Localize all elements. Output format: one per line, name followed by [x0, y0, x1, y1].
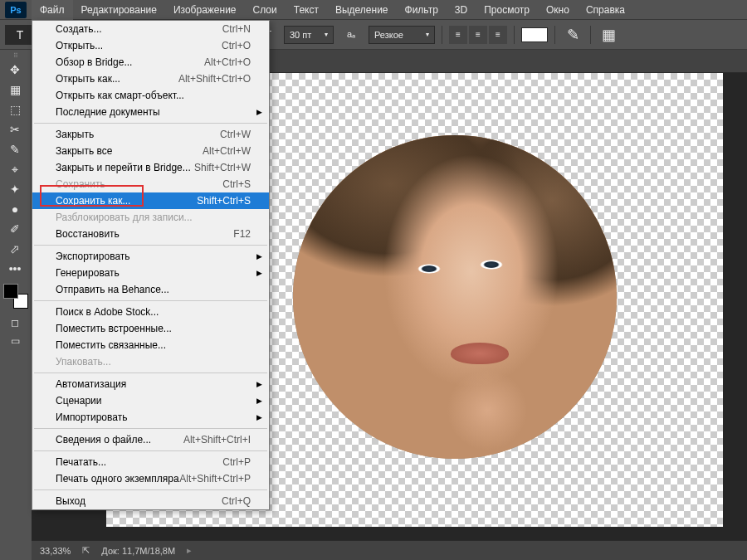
- status-chevron-icon[interactable]: ▸: [187, 545, 192, 556]
- export-icon[interactable]: ⇱: [82, 545, 90, 556]
- photo-detail: [417, 264, 441, 274]
- menu-item-shortcut: Ctrl+O: [222, 40, 251, 51]
- menu-item-создать-[interactable]: Создать...Ctrl+N: [32, 21, 269, 37]
- menu-item-label: Печать одного экземпляра: [56, 473, 179, 485]
- menu-item-печать-одного-экземпляра[interactable]: Печать одного экземпляраAlt+Shift+Ctrl+P: [32, 470, 269, 487]
- foreground-color-swatch[interactable]: [3, 284, 18, 299]
- circular-photo-layer[interactable]: [293, 135, 617, 459]
- menu-item-сохранить: СохранитьCtrl+S: [32, 176, 269, 192]
- menu-item-сведения-о-файле-[interactable]: Сведения о файле...Alt+Shift+Ctrl+I: [32, 431, 269, 448]
- menu-separator: [34, 489, 267, 490]
- menu-item-восстановить[interactable]: ВосстановитьF12: [32, 226, 269, 242]
- menu-item-генерировать[interactable]: Генерировать▶: [32, 265, 269, 281]
- menu-item-label: Восстановить: [56, 228, 120, 240]
- status-bar: 33,33% ⇱ Док: 11,7M/18,8M ▸: [32, 540, 747, 560]
- tool-2[interactable]: ⬚: [0, 100, 30, 119]
- menu-слои[interactable]: Слои: [245, 0, 286, 20]
- menu-item-label: Закрыть: [56, 129, 94, 140]
- tool-4[interactable]: ✎: [0, 139, 30, 159]
- menu-item-label: Отправить на Behance...: [56, 284, 169, 295]
- menu-текст[interactable]: Текст: [286, 0, 327, 20]
- photo-detail: [451, 343, 509, 364]
- menu-separator: [34, 300, 267, 301]
- menu-item-печатать-[interactable]: Печатать...Ctrl+P: [32, 454, 269, 470]
- menu-separator: [34, 373, 267, 373]
- quick-mask-icon[interactable]: ◻: [0, 314, 30, 332]
- menu-item-label: Поместить встроенные...: [56, 323, 172, 334]
- submenu-arrow-icon: ▶: [256, 108, 262, 116]
- tool-9[interactable]: ⬀: [0, 239, 30, 259]
- menu-item-поместить-встроенные-[interactable]: Поместить встроенные...: [32, 320, 269, 337]
- menu-item-shortcut: F12: [233, 228, 251, 240]
- menu-файл[interactable]: Файл: [32, 0, 73, 20]
- menu-item-открыть-[interactable]: Открыть...Ctrl+O: [32, 37, 269, 54]
- menu-item-label: Поиск в Adobe Stock...: [56, 306, 159, 318]
- menu-item-label: Генерировать: [56, 267, 120, 279]
- zoom-level[interactable]: 33,33%: [40, 546, 71, 556]
- tool-6[interactable]: ✦: [0, 179, 30, 199]
- antialias-icon: aₐ: [340, 24, 362, 46]
- menu-item-открыть-как-[interactable]: Открыть как...Alt+Shift+Ctrl+O: [32, 71, 269, 87]
- menu-item-автоматизация[interactable]: Автоматизация▶: [32, 376, 269, 392]
- menu-item-label: Сценарии: [56, 395, 101, 407]
- menu-item-label: Автоматизация: [56, 378, 126, 390]
- menu-item-label: Закрыть и перейти в Bridge...: [56, 162, 191, 173]
- menu-item-открыть-как-смарт-объект-[interactable]: Открыть как смарт-объект...: [32, 87, 269, 104]
- menu-item-закрыть[interactable]: ЗакрытьCtrl+W: [32, 126, 269, 143]
- text-align-group: ≡ ≡ ≡: [449, 26, 507, 44]
- menu-выделение[interactable]: Выделение: [327, 0, 397, 20]
- align-left-button[interactable]: ≡: [449, 26, 467, 44]
- tool-1[interactable]: ▦: [0, 80, 30, 100]
- antialias-select[interactable]: Резкое▾: [369, 26, 435, 44]
- menu-item-сценарии[interactable]: Сценарии▶: [32, 392, 269, 409]
- separator: [554, 26, 555, 44]
- menu-item-shortcut: Ctrl+S: [222, 178, 251, 190]
- submenu-arrow-icon: ▶: [256, 397, 262, 405]
- menu-item-label: Сведения о файле...: [56, 434, 151, 446]
- panels-toggle-icon[interactable]: ▦: [598, 24, 619, 46]
- menu-separator: [34, 428, 267, 429]
- tool-10[interactable]: •••: [0, 259, 30, 279]
- file-menu-dropdown: Создать...Ctrl+NОткрыть...Ctrl+OОбзор в …: [32, 20, 270, 510]
- menu-item-закрыть-все[interactable]: Закрыть всеAlt+Ctrl+W: [32, 143, 269, 159]
- submenu-arrow-icon: ▶: [256, 269, 262, 277]
- menu-item-shortcut: Alt+Shift+Ctrl+P: [179, 473, 251, 485]
- menu-изображение[interactable]: Изображение: [165, 0, 245, 20]
- menu-item-shortcut: Alt+Shift+Ctrl+I: [183, 434, 251, 446]
- tool-0[interactable]: ✥: [0, 60, 30, 80]
- menu-окно[interactable]: Окно: [538, 0, 578, 20]
- menu-фильтр[interactable]: Фильтр: [397, 0, 447, 20]
- separator: [514, 26, 515, 44]
- warp-text-icon[interactable]: ✎: [562, 24, 583, 46]
- text-color-swatch[interactable]: [521, 27, 548, 42]
- menu-item-последние-документы[interactable]: Последние документы▶: [32, 104, 269, 120]
- align-center-button[interactable]: ≡: [469, 26, 487, 44]
- menu-справка[interactable]: Справка: [578, 0, 633, 20]
- align-right-button[interactable]: ≡: [489, 26, 507, 44]
- menu-item-импортировать[interactable]: Импортировать▶: [32, 409, 269, 426]
- menu-item-сохранить-как-[interactable]: Сохранить как...Shift+Ctrl+S: [32, 192, 269, 209]
- menu-item-поиск-в-adobe-stock-[interactable]: Поиск в Adobe Stock...: [32, 304, 269, 320]
- menu-просмотр[interactable]: Просмотр: [476, 0, 538, 20]
- menu-separator: [34, 123, 267, 124]
- menu-3d[interactable]: 3D: [447, 0, 476, 20]
- separator: [442, 26, 442, 44]
- tool-5[interactable]: ⌖: [0, 159, 30, 179]
- menu-item-выход[interactable]: ВыходCtrl+Q: [32, 493, 269, 509]
- menu-item-обзор-в-bridge-[interactable]: Обзор в Bridge...Alt+Ctrl+O: [32, 54, 269, 71]
- menu-item-поместить-связанные-[interactable]: Поместить связанные...: [32, 337, 269, 353]
- menu-item-label: Поместить связанные...: [56, 339, 166, 351]
- toolbox-grip[interactable]: ⠿: [0, 51, 32, 60]
- color-swatches[interactable]: [3, 284, 28, 309]
- font-size-select[interactable]: 30 пт▾: [284, 26, 334, 44]
- menu-item-отправить-на-behance-[interactable]: Отправить на Behance...: [32, 281, 269, 298]
- tool-7[interactable]: ●: [0, 199, 30, 219]
- menu-редактирование[interactable]: Редактирование: [73, 0, 165, 20]
- tool-8[interactable]: ✐: [0, 219, 30, 239]
- submenu-arrow-icon: ▶: [256, 252, 262, 261]
- menu-item-shortcut: Alt+Shift+Ctrl+O: [178, 73, 251, 85]
- menu-item-закрыть-и-перейти-в-bridge-[interactable]: Закрыть и перейти в Bridge...Shift+Ctrl+…: [32, 159, 269, 176]
- screen-mode-icon[interactable]: ▭: [0, 332, 30, 350]
- tool-3[interactable]: ✂: [0, 119, 30, 139]
- menu-item-экспортировать[interactable]: Экспортировать▶: [32, 248, 269, 265]
